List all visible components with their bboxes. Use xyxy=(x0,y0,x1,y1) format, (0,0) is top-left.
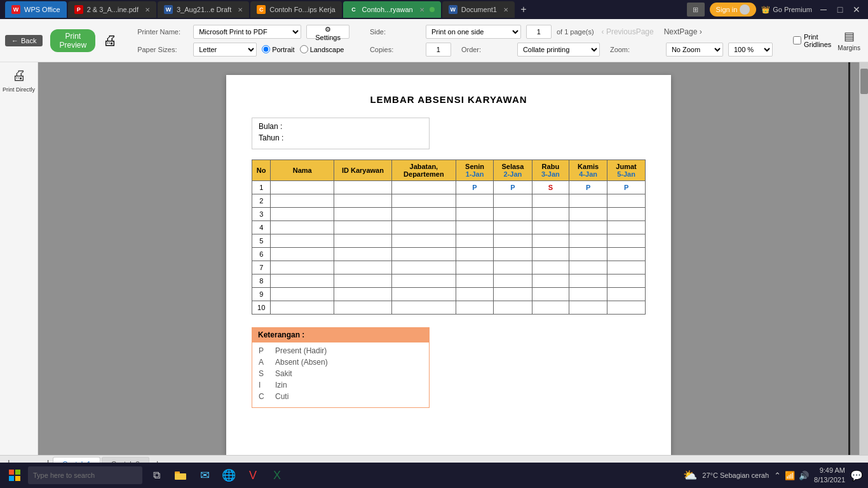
table-row-1: 1 P P S P P xyxy=(252,181,646,194)
copies-row: Copies: Order: Collate printing Zoom: No… xyxy=(370,43,773,57)
portrait-radio[interactable] xyxy=(262,45,270,53)
row5-num: 5 xyxy=(252,234,271,248)
system-tray-icons: ⌃ 📶 🔊 xyxy=(774,471,809,480)
weather-icon: ⛅ xyxy=(683,468,697,482)
landscape-option[interactable]: Landscape xyxy=(300,45,344,53)
tab-contoh-fo[interactable]: C Contoh Fo...ips Kerja xyxy=(250,1,341,18)
document-area[interactable]: LEMBAR ABSENSI KARYAWAN Bulan : Tahun : … xyxy=(38,62,859,455)
tab-word-draft-close[interactable]: ✕ xyxy=(238,6,243,13)
back-arrow-icon: ← xyxy=(11,37,18,44)
pages-input[interactable] xyxy=(526,25,552,39)
row10-jumat xyxy=(607,301,646,315)
main-area: 🖨 Print Directly LEMBAR ABSENSI KARYAWAN… xyxy=(0,62,868,455)
attendance-table: No Nama ID Karyawan Jabatan,Departemen S… xyxy=(252,159,646,315)
excel-icon[interactable]: X xyxy=(267,465,287,485)
maximize-button[interactable]: □ xyxy=(834,3,846,16)
active-dot xyxy=(430,7,435,12)
keter-key-c: C xyxy=(259,392,268,401)
svg-rect-5 xyxy=(175,473,186,480)
row2-rabu xyxy=(532,194,569,208)
tab-pdf-close[interactable]: ✕ xyxy=(145,6,150,13)
paper-sizes-select[interactable]: Letter xyxy=(193,43,257,57)
edge-icon[interactable]: 🌐 xyxy=(219,465,239,485)
toolbar-right: Print Gridlines ▤ Margins 📄 Header and F… xyxy=(793,20,868,61)
print-directly-label: Print Directly xyxy=(3,86,35,93)
tab-doc1[interactable]: W Document1 ✕ xyxy=(442,1,515,18)
row9-selasa xyxy=(494,288,532,301)
keter-row-a: A Absent (Absen) xyxy=(259,358,423,367)
print-preview-button[interactable]: Print Preview xyxy=(50,29,95,52)
table-row-8: 8 xyxy=(252,274,646,288)
row7-rabu xyxy=(532,261,569,274)
order-select[interactable]: Collate printing xyxy=(517,43,600,57)
user-avatar xyxy=(740,4,750,15)
close-button[interactable]: ✕ xyxy=(850,3,863,16)
sign-in-button[interactable]: Sign in xyxy=(710,3,757,17)
printer-name-select[interactable]: Microsoft Print to PDF xyxy=(193,25,301,39)
taskbar-search[interactable] xyxy=(28,466,142,484)
gridlines-checkbox[interactable] xyxy=(793,36,801,44)
go-premium-button[interactable]: 👑 Go Premium xyxy=(761,6,812,14)
portrait-label: Portrait xyxy=(272,46,294,53)
margins-button[interactable]: ▤ Margins xyxy=(832,27,865,54)
back-button[interactable]: ← Back xyxy=(5,35,43,46)
clock[interactable]: 9:49 AM 8/13/2021 xyxy=(814,466,845,485)
gridlines-label: Print Gridlines xyxy=(804,33,831,48)
start-button[interactable] xyxy=(5,466,24,485)
margins-icon: ▤ xyxy=(844,29,855,43)
minimize-button[interactable]: ─ xyxy=(817,3,830,16)
taskbar-icon[interactable]: ⊞ xyxy=(687,3,705,17)
tab-word-draft[interactable]: W 3_Aug21...e Draft ✕ xyxy=(158,1,249,18)
row7-kamis xyxy=(569,261,607,274)
notification-icon[interactable]: 💬 xyxy=(850,470,863,482)
row5-kamis xyxy=(569,234,607,248)
tab-bar: W WPS Office P 2 & 3_A...ine.pdf ✕ W 3_A… xyxy=(5,1,687,18)
keter-val-p: Present (Hadir) xyxy=(275,346,327,355)
tab-wps[interactable]: W WPS Office xyxy=(5,1,67,18)
volume-icon[interactable]: 🔊 xyxy=(799,471,809,480)
tab-contoh-ry-close[interactable]: ✕ xyxy=(419,6,424,13)
row1-id xyxy=(334,181,392,194)
tab-word-draft-label: 3_Aug21...e Draft xyxy=(177,6,231,13)
next-page-button[interactable]: NextPage › xyxy=(661,26,705,37)
new-tab-button[interactable]: + xyxy=(516,2,531,17)
vivaldi-icon[interactable]: V xyxy=(243,465,263,485)
file-explorer-icon[interactable] xyxy=(170,465,191,485)
keterangan-body: P Present (Hadir) A Absent (Absen) S Sak… xyxy=(252,342,430,408)
row10-jabatan xyxy=(391,301,456,315)
mail-icon[interactable]: ✉ xyxy=(194,465,215,485)
tab-pdf[interactable]: P 2 & 3_A...ine.pdf ✕ xyxy=(68,1,156,18)
copies-input[interactable] xyxy=(426,43,451,57)
zoom-percent-select[interactable]: 100 % xyxy=(728,43,773,57)
th-jabatan: Jabatan,Departemen xyxy=(391,160,456,181)
row8-num: 8 xyxy=(252,274,271,288)
row7-selasa xyxy=(494,261,532,274)
taskview-icon[interactable]: ⧉ xyxy=(146,465,166,485)
row3-selasa xyxy=(494,208,532,221)
copies-label: Copies: xyxy=(370,46,421,53)
row4-selasa xyxy=(494,221,532,234)
zoom-select[interactable]: No Zoom xyxy=(666,43,723,57)
landscape-radio[interactable] xyxy=(300,45,308,53)
tab-contoh-ry[interactable]: C Contoh...ryawan ✕ xyxy=(343,1,441,18)
prev-page-button[interactable]: ‹ PreviousPage xyxy=(599,26,656,37)
row2-jumat xyxy=(607,194,646,208)
network-icon[interactable]: 📶 xyxy=(785,471,795,480)
taskbar-left: ⧉ ✉ 🌐 V X xyxy=(5,465,287,485)
row4-nama xyxy=(271,221,334,234)
tahun-row: Tahun : xyxy=(259,133,423,142)
margins-label: Margins xyxy=(837,44,860,51)
print-preview-label: Print Preview xyxy=(59,32,86,50)
table-row-6: 6 xyxy=(252,248,646,261)
settings-button[interactable]: ⚙ Settings xyxy=(306,25,349,39)
tab-doc1-close[interactable]: ✕ xyxy=(503,6,508,13)
portrait-option[interactable]: Portrait xyxy=(262,45,294,53)
scrollbar-thumb[interactable] xyxy=(860,69,868,94)
row8-id xyxy=(334,274,392,288)
svg-rect-1 xyxy=(15,470,20,475)
row7-nama xyxy=(271,261,334,274)
tray-arrow-icon[interactable]: ⌃ xyxy=(774,471,781,480)
side-select[interactable]: Print on one side xyxy=(426,25,521,39)
toolbar: ← Back Print Preview 🖨 Printer Name: Mic… xyxy=(0,19,868,62)
right-scrollbar[interactable] xyxy=(859,62,868,455)
